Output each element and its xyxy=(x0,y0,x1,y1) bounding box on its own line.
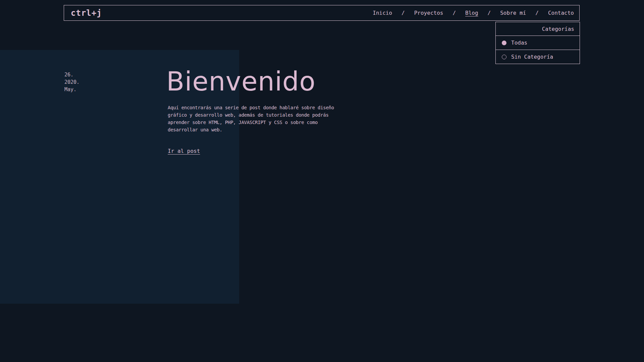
nav-separator: / xyxy=(452,10,456,16)
nav-separator: / xyxy=(535,10,539,16)
categories-title: Categorías xyxy=(496,22,580,36)
post-date-month: May. xyxy=(64,86,79,93)
nav-item-proyectos[interactable]: Proyectos xyxy=(414,10,443,16)
site-logo[interactable]: ctrl+j xyxy=(71,8,102,18)
post-body-line: aprender sobre HTML, PHP, JAVASCRIPT y C… xyxy=(168,119,334,126)
post-date-day: 26. xyxy=(64,71,79,78)
post-body-line: Aquí encontrarás una serie de post donde… xyxy=(168,104,334,111)
nav-separator: / xyxy=(488,10,491,16)
category-option-sin-categoria[interactable]: Sin Categoría xyxy=(496,50,580,64)
post-body-line: gráfico y desarrollo web, además de tuto… xyxy=(168,111,334,119)
header: ctrl+j Inicio / Proyectos / Blog / Sobre… xyxy=(64,5,580,21)
post-body: Aquí encontrarás una serie de post donde… xyxy=(168,104,334,133)
category-option-todas[interactable]: Todas xyxy=(496,36,580,50)
post-link[interactable]: Ir al post xyxy=(168,148,200,154)
post-title: Bienvenido xyxy=(166,68,316,95)
categories-dropdown: Categorías Todas Sin Categoría xyxy=(495,22,580,64)
main-nav: Inicio / Proyectos / Blog / Sobre mí / C… xyxy=(373,10,574,16)
nav-item-contacto[interactable]: Contacto xyxy=(548,10,574,16)
nav-item-sobre-mi[interactable]: Sobre mí xyxy=(500,10,526,16)
radio-unselected-icon[interactable] xyxy=(502,55,506,59)
nav-item-inicio[interactable]: Inicio xyxy=(373,10,392,16)
post-date: 26. 2020. May. xyxy=(64,71,79,93)
post-body-line: desarrollar una web. xyxy=(168,126,334,133)
nav-separator: / xyxy=(401,10,405,16)
category-option-label: Todas xyxy=(511,40,527,46)
radio-selected-icon[interactable] xyxy=(502,41,506,45)
nav-item-blog[interactable]: Blog xyxy=(465,10,478,16)
category-option-label: Sin Categoría xyxy=(511,54,553,60)
post-date-year: 2020. xyxy=(64,78,79,86)
